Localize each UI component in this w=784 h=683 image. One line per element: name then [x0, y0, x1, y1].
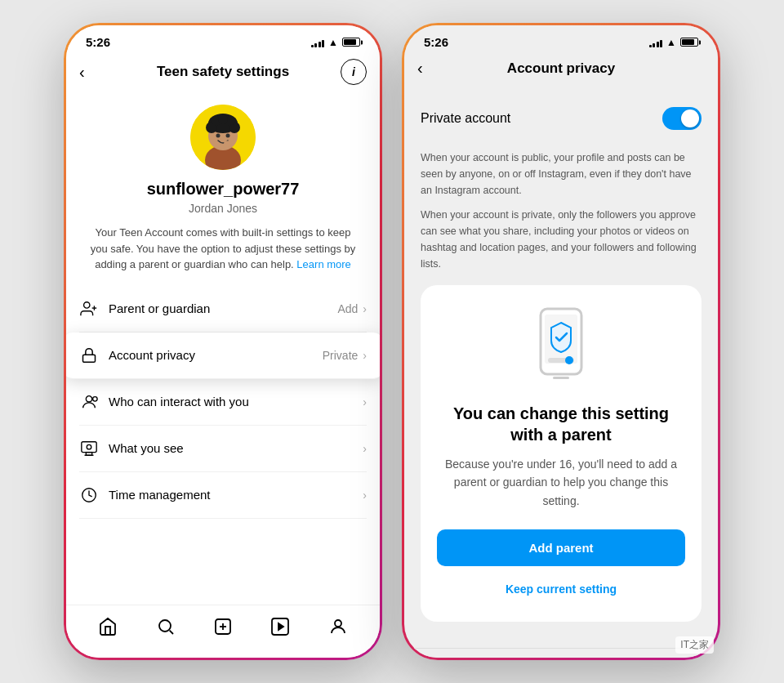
parent-value: Add [337, 302, 358, 315]
left-bottom-nav [66, 605, 380, 658]
page-title: Teen safety settings [157, 64, 289, 80]
right-page-title: Account privacy [507, 60, 615, 77]
privacy-value: Private [323, 349, 359, 362]
see-icon [79, 439, 99, 458]
svg-point-17 [93, 396, 98, 401]
right-signal-icon [649, 38, 663, 47]
privacy-chevron: › [363, 349, 367, 362]
settings-item-interact[interactable]: Who can interact with you › [79, 379, 367, 426]
nav-add[interactable] [212, 615, 234, 638]
right-status-bar: 5:26 ▲ [404, 25, 718, 52]
modal-description: Because you're under 16, you'll need to … [437, 455, 685, 510]
modal-card: You can change this setting with a paren… [421, 285, 702, 622]
privacy-desc-1: When your account is public, your profil… [421, 150, 702, 199]
time-label: Time management [109, 488, 211, 502]
phone-illustration-icon [528, 305, 594, 386]
svg-rect-18 [82, 441, 96, 452]
private-account-label: Private account [421, 111, 510, 126]
right-nav-header: ‹ Account privacy [404, 52, 718, 84]
left-status-icons: ▲ [311, 37, 360, 48]
privacy-label: Account privacy [109, 348, 195, 362]
nav-home[interactable] [96, 615, 119, 638]
right-battery-icon [680, 38, 698, 47]
right-bottom-nav [404, 648, 718, 658]
nav-reels[interactable] [269, 615, 292, 638]
watermark: IT之家 [675, 636, 714, 654]
svg-point-16 [86, 395, 91, 401]
see-chevron: › [363, 442, 367, 455]
left-status-bar: 5:26 ▲ [66, 25, 380, 52]
left-nav-header: ‹ Teen safety settings i [66, 52, 380, 92]
add-parent-button[interactable]: Add parent [437, 529, 685, 566]
settings-item-parent[interactable]: Parent or guardian Add › [79, 286, 367, 333]
battery-icon [342, 38, 360, 47]
interact-label: Who can interact with you [109, 395, 249, 408]
nav-search[interactable] [154, 615, 177, 638]
left-status-time: 5:26 [86, 35, 110, 49]
wifi-icon: ▲ [328, 37, 338, 48]
privacy-desc-2: When your account is private, only the f… [421, 207, 702, 272]
real-name: Jordan Jones [189, 202, 257, 215]
parent-label: Parent or guardian [109, 301, 210, 315]
right-status-time: 5:26 [424, 35, 448, 49]
privacy-content: Private account When your account is pub… [404, 84, 718, 648]
svg-point-8 [218, 114, 228, 124]
svg-point-12 [84, 301, 90, 307]
time-icon [79, 485, 99, 505]
signal-icon [311, 38, 325, 47]
svg-point-34 [565, 356, 573, 364]
avatar [190, 105, 256, 170]
svg-point-10 [226, 134, 230, 138]
private-toggle[interactable] [662, 107, 702, 130]
right-wifi-icon: ▲ [666, 37, 676, 48]
parent-icon [79, 299, 99, 319]
profile-section: sunflower_power77 Jordan Jones Your Teen… [66, 92, 380, 286]
settings-item-time[interactable]: Time management › [79, 472, 367, 519]
privacy-desc: When your account is public, your profil… [421, 150, 702, 272]
interact-chevron: › [363, 395, 367, 408]
info-button[interactable]: i [341, 59, 367, 85]
nav-profile[interactable] [327, 615, 350, 638]
right-status-icons: ▲ [649, 37, 698, 48]
learn-more-link[interactable]: Learn more [296, 258, 350, 270]
svg-rect-15 [83, 355, 96, 362]
settings-item-see[interactable]: What you see › [79, 426, 367, 472]
modal-title: You can change this setting with a paren… [437, 403, 685, 445]
back-button[interactable]: ‹ [79, 63, 105, 82]
svg-point-30 [335, 620, 341, 627]
svg-rect-35 [553, 377, 569, 379]
svg-point-21 [87, 444, 91, 449]
username: sunflower_power77 [147, 180, 300, 199]
time-chevron: › [363, 489, 367, 502]
teen-description: Your Teen Account comes with built-in se… [86, 225, 360, 273]
svg-point-23 [159, 620, 171, 632]
left-phone: 5:26 ▲ ‹ Teen safety sett [64, 23, 382, 660]
interact-icon [79, 392, 99, 412]
private-account-row: Private account [421, 97, 702, 140]
settings-item-privacy[interactable]: Account privacy Private › [66, 333, 380, 379]
keep-setting-button[interactable]: Keep current setting [499, 576, 623, 602]
parent-chevron: › [363, 302, 367, 315]
see-label: What you see [109, 441, 184, 455]
right-back-button[interactable]: ‹ [417, 59, 443, 78]
svg-line-24 [169, 631, 172, 634]
settings-list: Parent or guardian Add › [66, 286, 380, 605]
right-phone: 5:26 ▲ ‹ Account privacy [402, 23, 720, 660]
svg-marker-29 [278, 623, 283, 630]
svg-point-9 [216, 134, 220, 138]
privacy-icon [79, 346, 99, 365]
